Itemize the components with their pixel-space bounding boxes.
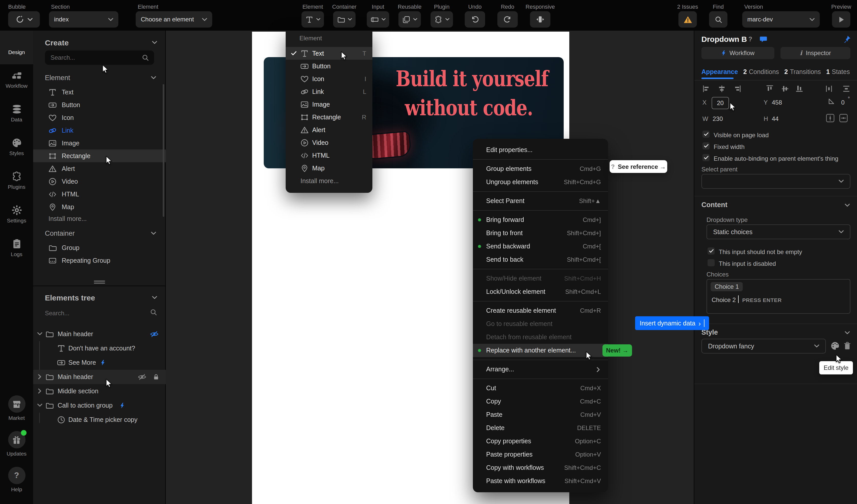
element-menu-html[interactable]: HTML [286, 149, 372, 162]
create-item-alert[interactable]: Alert [33, 162, 166, 175]
chevron-right-icon[interactable] [38, 388, 41, 393]
element-menu-map[interactable]: Map [286, 162, 372, 174]
distribute-horizontal-icon[interactable] [825, 85, 833, 93]
pin-icon[interactable] [843, 35, 851, 43]
tree-search-input[interactable]: Search... [45, 309, 69, 317]
ctx-paste-properties[interactable]: Paste propertiesOption+V [473, 448, 608, 461]
tool-input-button[interactable] [367, 11, 389, 28]
tree-row-call-to-action[interactable]: Call to action group [33, 399, 166, 413]
nav-workflow[interactable]: Workflow [0, 64, 33, 98]
insert-dynamic-data-button[interactable]: Insert dynamic data › [635, 316, 709, 330]
nav-data[interactable]: Data [0, 98, 33, 132]
nav-help[interactable]: ? Help [0, 467, 33, 492]
tool-container-button[interactable] [333, 11, 356, 28]
chevron-down-icon[interactable] [37, 332, 42, 336]
lock-icon[interactable] [152, 373, 160, 381]
create-item-group[interactable]: Group [33, 241, 166, 254]
ctx-cut[interactable]: CutCmd+X [473, 382, 608, 395]
see-reference-button[interactable]: ? See reference → [609, 160, 667, 173]
dropdown-type-select[interactable]: Static choices [707, 224, 850, 239]
align-center-horizontal-icon[interactable] [718, 85, 726, 93]
ctx-send-backward[interactable]: Send backwardCmd+[ [473, 240, 608, 253]
height-constraint-icon[interactable] [826, 114, 835, 122]
chevron-down-icon[interactable] [151, 76, 156, 80]
ctx-send-to-back[interactable]: Send to backShift+Cmd+[ [473, 253, 608, 266]
new-badge[interactable]: New! → [603, 344, 632, 356]
install-more-link[interactable]: Install more... [48, 215, 87, 222]
undo-button[interactable] [465, 11, 485, 28]
tool-element-button[interactable] [301, 11, 324, 28]
visible-checkbox[interactable] [703, 131, 709, 138]
delete-style-trash-icon[interactable] [844, 342, 851, 350]
create-item-text[interactable]: Text [33, 86, 166, 99]
element-menu-image[interactable]: Image [286, 98, 372, 111]
nav-updates[interactable]: Updates [0, 431, 33, 456]
tab-conditions[interactable]: 2Conditions [743, 68, 779, 75]
preview-button[interactable] [832, 11, 850, 28]
comment-bubble-icon[interactable] [760, 36, 767, 43]
version-select[interactable]: marc-dev [742, 11, 820, 28]
canvas-workspace[interactable]: Build it yourself without code. [166, 31, 694, 504]
find-button[interactable] [709, 11, 727, 28]
create-item-icon[interactable]: Icon [33, 111, 166, 124]
element-menu-button[interactable]: Button [286, 60, 372, 72]
element-select[interactable]: Choose an element [136, 11, 212, 28]
redo-button[interactable] [497, 11, 518, 28]
align-top-icon[interactable] [766, 85, 774, 93]
chevron-down-icon[interactable] [37, 403, 42, 407]
chevron-down-icon[interactable] [845, 331, 850, 335]
tool-plugin-button[interactable] [431, 11, 453, 28]
width-constraint-icon[interactable] [839, 114, 848, 122]
create-scrollbar[interactable] [163, 84, 164, 217]
help-icon[interactable]: ? [748, 36, 752, 43]
tree-row-date-picker[interactable]: Date & Time picker copy [33, 413, 166, 427]
y-value[interactable]: 458 [772, 99, 782, 106]
create-item-link[interactable]: Link [33, 124, 166, 137]
chevron-down-icon[interactable] [152, 41, 157, 44]
create-item-video[interactable]: Video [33, 175, 166, 188]
create-item-html[interactable]: HTML [33, 188, 166, 201]
ctx-ungroup-elements[interactable]: Ungroup elementsShift+Cmd+G [473, 175, 608, 189]
element-menu-alert[interactable]: Alert [286, 123, 372, 136]
align-right-icon[interactable] [733, 85, 741, 93]
section-select[interactable]: index [49, 11, 118, 28]
autobind-checkbox[interactable] [703, 154, 709, 161]
eye-slash-icon[interactable] [150, 331, 158, 338]
ctx-delete[interactable]: DeleteDELETE [473, 421, 608, 435]
tree-row-main-header-2[interactable]: Main header [33, 370, 166, 384]
ctx-paste-with-workflows[interactable]: Paste with workflowsShift+Cmd+V [473, 474, 608, 488]
ctx-lock-unlock[interactable]: Lock/Unlock elementShift+Cmd+L [473, 285, 608, 299]
tab-transitions[interactable]: 2Transitions [784, 68, 821, 75]
ctx-bring-to-front[interactable]: Bring to frontShift+Cmd+] [473, 226, 608, 240]
angle-value[interactable]: 0 [841, 99, 844, 106]
eye-slash-icon[interactable] [138, 373, 146, 381]
create-item-rectangle[interactable]: Rectangle [33, 150, 166, 162]
element-menu-rectangle[interactable]: Rectangle R [286, 111, 372, 123]
install-more-link[interactable]: Install more... [301, 178, 339, 185]
ctx-arrange[interactable]: Arrange... [473, 363, 608, 376]
not-empty-checkbox[interactable] [707, 248, 715, 254]
issues-button[interactable] [678, 11, 697, 28]
create-search-input[interactable] [45, 54, 142, 61]
chevron-down-icon[interactable] [152, 296, 157, 299]
element-menu-text[interactable]: Text T [286, 47, 372, 60]
align-bottom-icon[interactable] [795, 85, 803, 93]
x-input[interactable]: 20 [711, 97, 729, 109]
ctx-paste[interactable]: PasteCmd+V [473, 408, 608, 421]
tab-states[interactable]: 1States [826, 68, 850, 75]
tree-row-middle-section[interactable]: Middle section [33, 384, 166, 399]
ctx-edit-properties[interactable]: Edit properties... [473, 144, 608, 156]
responsive-button[interactable] [530, 11, 550, 28]
element-menu-video[interactable]: Video [286, 136, 372, 149]
create-item-repeating-group[interactable]: Repeating Group [33, 254, 166, 267]
create-item-button[interactable]: Button [33, 99, 166, 111]
align-middle-icon[interactable] [781, 85, 789, 93]
ctx-bring-forward[interactable]: Bring forwardCmd+] [473, 213, 608, 226]
disabled-checkbox[interactable] [707, 259, 715, 266]
ctx-copy-properties[interactable]: Copy propertiesOption+C [473, 435, 608, 448]
create-item-image[interactable]: Image [33, 137, 166, 150]
nav-market[interactable]: Market [0, 395, 33, 421]
inspector-button[interactable]: i Inspector [780, 47, 850, 59]
align-left-icon[interactable] [703, 85, 711, 93]
nav-settings[interactable]: Settings [0, 199, 33, 233]
